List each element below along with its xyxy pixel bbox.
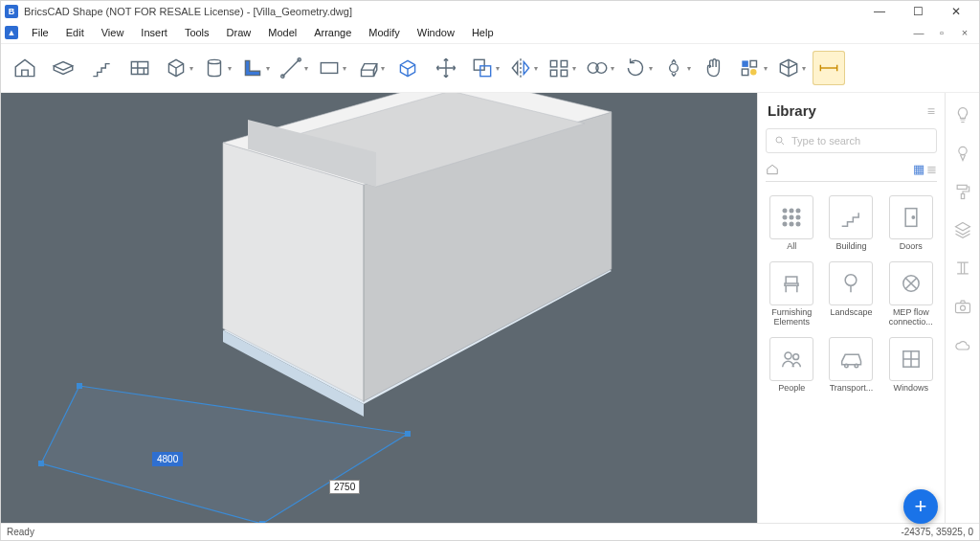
svg-point-42	[846, 275, 858, 286]
svg-point-16	[750, 69, 757, 76]
paintroller-icon[interactable]	[952, 181, 973, 202]
svg-point-31	[783, 209, 787, 213]
svg-point-32	[790, 209, 793, 213]
section-icon[interactable]: ▾	[774, 51, 807, 85]
library-category-doors[interactable]: Doors	[883, 195, 939, 252]
svg-rect-5	[479, 66, 490, 77]
menu-draw[interactable]: Draw	[219, 25, 259, 40]
svg-point-45	[793, 353, 799, 359]
library-home-icon[interactable]	[766, 163, 779, 176]
doc-minimize-button[interactable]: —	[908, 24, 929, 41]
align-icon[interactable]: ▾	[545, 51, 577, 85]
measure-icon[interactable]	[813, 51, 845, 85]
wall-icon[interactable]	[123, 51, 156, 85]
svg-point-34	[783, 215, 787, 219]
library-grid-view-icon[interactable]: ▦	[913, 162, 924, 176]
svg-rect-9	[561, 70, 568, 77]
column-icon[interactable]: ▾	[200, 51, 233, 85]
svg-point-12	[669, 64, 678, 73]
visual-icon[interactable]: ▾	[736, 51, 768, 85]
svg-point-0	[208, 59, 220, 63]
menu-window[interactable]: Window	[410, 25, 462, 40]
library-category-label: All	[787, 242, 796, 252]
menu-insert[interactable]: Insert	[133, 25, 175, 40]
svg-point-39	[796, 222, 800, 226]
library-category-transport[interactable]: Transport...	[823, 337, 879, 394]
copy-icon[interactable]: ▾	[468, 51, 501, 85]
home-icon[interactable]	[9, 51, 41, 85]
box-icon[interactable]: ▾	[162, 51, 194, 85]
status-text: Ready	[7, 527, 34, 537]
array-icon[interactable]: ▾	[583, 51, 615, 85]
svg-point-33	[796, 209, 800, 213]
svg-point-36	[796, 215, 800, 219]
window-close-button[interactable]: ✕	[937, 1, 975, 22]
cloud-icon[interactable]	[952, 334, 973, 355]
svg-point-41	[912, 216, 914, 218]
svg-rect-21	[38, 461, 44, 466]
svg-rect-52	[955, 304, 969, 313]
move-icon[interactable]	[430, 51, 462, 85]
menu-help[interactable]: Help	[464, 25, 501, 40]
layers-icon[interactable]	[952, 219, 973, 240]
dimension-a[interactable]: 4800	[152, 452, 183, 466]
orbit-icon[interactable]: ▾	[659, 51, 692, 85]
pushpull-icon[interactable]	[391, 51, 424, 85]
library-category-building[interactable]: Building	[823, 195, 879, 252]
menu-tools[interactable]: Tools	[177, 25, 217, 40]
library-list-view-icon[interactable]: ≣	[926, 162, 937, 176]
svg-rect-50	[957, 185, 967, 189]
svg-point-47	[856, 364, 859, 368]
add-content-button[interactable]: +	[903, 489, 938, 524]
rotate-icon[interactable]: ▾	[621, 51, 654, 85]
library-category-label: Building	[835, 242, 866, 252]
library-category-mep[interactable]: MEP flow connectio...	[883, 261, 939, 327]
camera-icon[interactable]	[952, 296, 973, 317]
library-category-label: Furnishing Elements	[765, 308, 818, 327]
svg-rect-19	[405, 431, 411, 437]
stairs-icon[interactable]	[85, 51, 118, 85]
library-search-input[interactable]: Type to search	[766, 128, 937, 153]
svg-rect-14	[750, 60, 757, 66]
dimension-b[interactable]: 2750	[329, 480, 360, 494]
library-category-label: Landscape	[830, 308, 872, 318]
library-title: Library	[768, 102, 927, 119]
viewport-3d[interactable]: 4800 2750	[1, 93, 757, 523]
balloon-icon[interactable]	[952, 143, 973, 164]
profile-icon[interactable]: ▾	[238, 51, 271, 85]
menu-edit[interactable]: Edit	[58, 25, 92, 40]
library-category-people[interactable]: People	[764, 337, 819, 394]
search-icon	[774, 135, 786, 147]
window-title: BricsCAD Shape (NOT FOR RESALE License) …	[24, 6, 860, 17]
ibeam-icon[interactable]	[952, 258, 973, 279]
extrude-icon[interactable]: ▾	[353, 51, 386, 85]
slab-icon[interactable]	[47, 51, 79, 85]
library-category-label: Windows	[894, 384, 929, 394]
library-options-icon[interactable]: ≡	[927, 103, 935, 119]
app-menu-icon[interactable]: ▲	[5, 26, 18, 39]
menu-modify[interactable]: Modify	[361, 25, 407, 40]
svg-point-30	[776, 137, 782, 143]
lightbulb-icon[interactable]	[952, 104, 973, 125]
doc-close-button[interactable]: ×	[954, 24, 975, 41]
library-category-landscape[interactable]: Landscape	[823, 261, 879, 327]
svg-rect-18	[77, 383, 82, 389]
menu-view[interactable]: View	[94, 25, 132, 40]
rect-icon[interactable]: ▾	[315, 51, 347, 85]
pan-icon[interactable]	[698, 51, 730, 85]
line-icon[interactable]: ▾	[277, 51, 309, 85]
svg-point-49	[958, 147, 966, 154]
library-category-furnishing[interactable]: Furnishing Elements	[764, 261, 819, 327]
window-minimize-button[interactable]: —	[860, 1, 899, 22]
menu-model[interactable]: Model	[260, 25, 304, 40]
menu-file[interactable]: File	[24, 25, 56, 40]
library-category-windows[interactable]: Windows	[883, 337, 939, 394]
menu-arrange[interactable]: Arrange	[306, 25, 359, 40]
svg-point-38	[790, 222, 793, 226]
doc-restore-button[interactable]: ▫	[931, 24, 952, 41]
svg-rect-3	[321, 63, 337, 74]
window-maximize-button[interactable]: ☐	[899, 1, 937, 22]
mirror-icon[interactable]: ▾	[506, 51, 539, 85]
svg-point-46	[845, 364, 849, 368]
library-category-all[interactable]: All	[764, 195, 819, 252]
